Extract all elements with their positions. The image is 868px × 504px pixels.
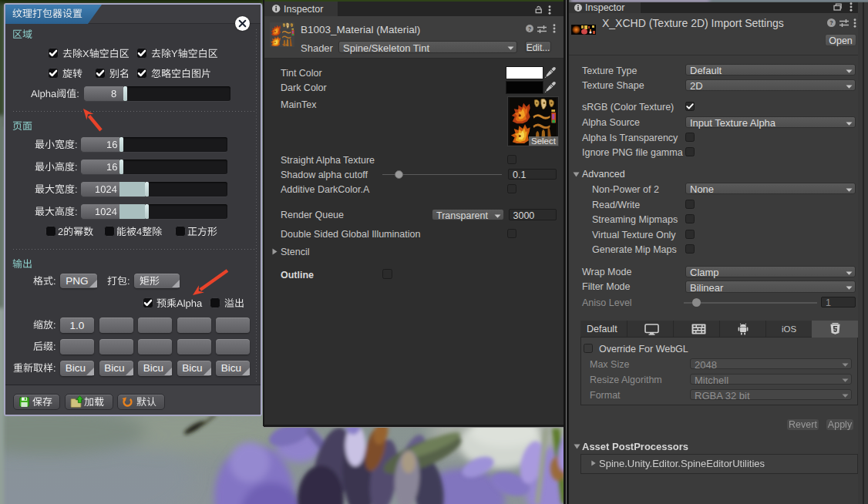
svg-text:?: ?: [528, 25, 531, 31]
svg-text:?: ?: [829, 19, 833, 26]
